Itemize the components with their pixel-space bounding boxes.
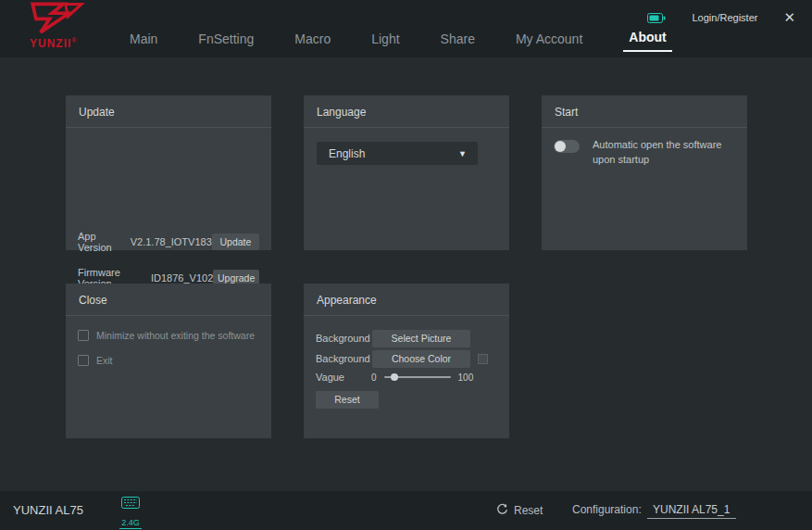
close-icon[interactable]: ✕ [783, 9, 795, 26]
update-button[interactable]: Update [212, 233, 259, 251]
slider-max-label: 100 [458, 372, 474, 383]
login-register-link[interactable]: Login/Register [692, 12, 757, 23]
choose-color-button[interactable]: Choose Color [372, 350, 470, 368]
start-panel: Start Automatic open the software upon s… [542, 95, 747, 250]
configuration-value-field[interactable]: YUNZII AL75_1 [647, 503, 736, 519]
firmware-version-value: ID1876_V102 [151, 272, 213, 284]
vague-slider-knob[interactable] [391, 373, 398, 381]
start-panel-title: Start [542, 95, 747, 128]
nav-item-macro[interactable]: Macro [294, 32, 331, 52]
update-panel-title: Update [66, 95, 271, 128]
top-right-controls: Login/Register ✕ [647, 9, 795, 26]
reset-icon [496, 502, 508, 519]
configuration-group: Configuration: YUNZII AL75_1 [572, 503, 736, 519]
exit-option-row: Exit [78, 355, 259, 366]
exit-option-label: Exit [96, 355, 113, 366]
autostart-row: Automatic open the software upon startup [554, 138, 735, 168]
close-panel-title: Close [66, 284, 271, 316]
appearance-reset-button[interactable]: Reset [316, 391, 379, 409]
nav-item-share[interactable]: Share [441, 32, 475, 52]
nav-item-my-account[interactable]: My Account [516, 32, 582, 52]
connection-status: 2.4G [112, 496, 149, 529]
brand-logo: YUNZII® [28, 2, 93, 56]
nav-item-main[interactable]: Main [130, 32, 157, 52]
slider-min-label: 0 [371, 372, 377, 383]
language-panel-title: Language [304, 95, 509, 128]
main-nav: Main FnSetting Macro Light Share My Acco… [130, 30, 672, 52]
background-picture-row: Background Select Picture [316, 330, 497, 347]
background-color-row: Background Choose Color [316, 350, 497, 368]
top-bar: YUNZII® Main FnSetting Macro Light Share… [0, 0, 812, 57]
vague-label: Vague [316, 372, 371, 383]
vague-slider[interactable] [384, 376, 451, 378]
language-selected-value: English [317, 147, 458, 160]
app-window: YUNZII® Main FnSetting Macro Light Share… [0, 0, 812, 530]
autostart-toggle[interactable] [554, 140, 580, 153]
select-picture-button[interactable]: Select Picture [372, 330, 470, 347]
close-panel: Close Minimize without exiting the softw… [66, 284, 271, 438]
background-color-label: Background [316, 353, 371, 364]
update-panel: Update App Version V2.1.78_IOTV183 Updat… [66, 95, 271, 250]
minimize-option-label: Minimize without exiting the software [96, 330, 255, 341]
toggle-knob [555, 141, 566, 152]
appearance-reset-row: Reset [316, 391, 497, 409]
minimize-checkbox[interactable] [78, 330, 89, 341]
vague-slider-row: Vague 0 100 [316, 372, 497, 383]
app-version-value: V2.1.78_IOTV183 [131, 236, 212, 247]
appearance-panel-title: Appearance [304, 284, 509, 316]
autostart-label: Automatic open the software upon startup [593, 138, 735, 168]
brand-name: YUNZII® [30, 37, 78, 50]
connection-mode-label: 2.4G [119, 518, 142, 529]
exit-checkbox[interactable] [78, 355, 89, 366]
app-version-label: App Version [78, 231, 131, 253]
color-swatch[interactable] [478, 354, 488, 364]
minimize-option-row: Minimize without exiting the software [78, 330, 259, 341]
language-dropdown[interactable]: English ▼ [317, 142, 478, 165]
brand-logo-icon [28, 2, 93, 37]
nav-item-light[interactable]: Light [371, 32, 399, 52]
chevron-down-icon: ▼ [458, 149, 478, 158]
nav-item-fnsetting[interactable]: FnSetting [198, 32, 254, 52]
nav-item-about[interactable]: About [623, 30, 671, 52]
keyboard-icon [121, 496, 140, 511]
footer-reset-button[interactable]: Reset [496, 502, 543, 519]
footer-reset-label: Reset [514, 504, 543, 517]
bottom-bar: YUNZII AL75 2.4G Reset Configuration: YU [0, 491, 812, 530]
battery-icon [647, 13, 666, 23]
app-version-row: App Version V2.1.78_IOTV183 Update [78, 231, 259, 253]
language-panel: Language English ▼ [304, 95, 509, 250]
background-picture-label: Background [316, 333, 371, 344]
configuration-label: Configuration: [572, 503, 642, 516]
appearance-panel: Appearance Background Select Picture Bac… [304, 284, 509, 438]
device-name: YUNZII AL75 [13, 503, 83, 517]
